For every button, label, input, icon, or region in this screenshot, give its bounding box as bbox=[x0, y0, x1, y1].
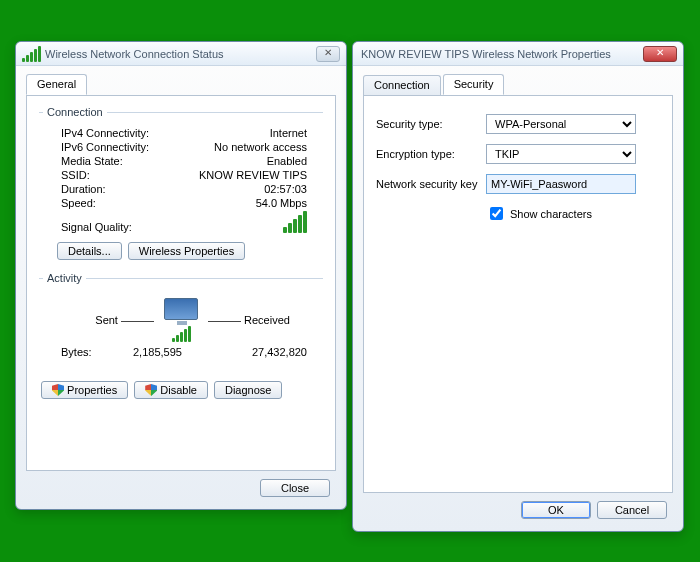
status-titlebar[interactable]: Wireless Network Connection Status ✕ bbox=[16, 42, 346, 66]
close-button[interactable]: Close bbox=[260, 479, 330, 497]
sent-label: Sent ——— bbox=[61, 314, 154, 326]
bytes-received-value: 27,432,820 bbox=[252, 346, 307, 358]
ssid-label: SSID: bbox=[61, 169, 90, 181]
bytes-sent-value: 2,185,595 bbox=[133, 346, 182, 358]
connection-legend: Connection bbox=[43, 106, 107, 118]
media-label: Media State: bbox=[61, 155, 123, 167]
ok-button[interactable]: OK bbox=[521, 501, 591, 519]
props-tabs: Connection Security bbox=[363, 74, 673, 96]
props-titlebar[interactable]: KNOW REVIEW TIPS Wireless Network Proper… bbox=[353, 42, 683, 66]
ipv6-label: IPv6 Connectivity: bbox=[61, 141, 149, 153]
speed-label: Speed: bbox=[61, 197, 96, 209]
diagnose-button[interactable]: Diagnose bbox=[214, 381, 282, 399]
activity-signal-icon bbox=[172, 326, 191, 342]
media-value: Enabled bbox=[267, 155, 307, 167]
activity-group: Activity Sent ——— ——— Received Bytes: 2,… bbox=[39, 272, 323, 371]
signal-label: Signal Quality: bbox=[61, 221, 132, 233]
speed-value: 54.0 Mbps bbox=[256, 197, 307, 209]
monitor-icon bbox=[164, 298, 198, 320]
duration-label: Duration: bbox=[61, 183, 106, 195]
cancel-button[interactable]: Cancel bbox=[597, 501, 667, 519]
tab-general[interactable]: General bbox=[26, 74, 87, 95]
ipv4-label: IPv4 Connectivity: bbox=[61, 127, 149, 139]
status-tabs: General bbox=[26, 74, 336, 96]
ssid-value: KNOW REVIEW TIPS bbox=[199, 169, 307, 181]
encryption-type-select[interactable]: TKIP bbox=[486, 144, 636, 164]
shield-icon bbox=[145, 384, 157, 396]
network-key-label: Network security key bbox=[376, 178, 486, 190]
status-window: Wireless Network Connection Status ✕ Gen… bbox=[15, 41, 347, 510]
shield-icon bbox=[52, 384, 64, 396]
show-characters-label: Show characters bbox=[510, 208, 592, 220]
tab-security[interactable]: Security bbox=[443, 74, 505, 95]
security-type-label: Security type: bbox=[376, 118, 486, 130]
show-characters-checkbox[interactable] bbox=[490, 207, 503, 220]
status-title: Wireless Network Connection Status bbox=[45, 48, 316, 60]
received-label: ——— Received bbox=[208, 314, 301, 326]
disable-button[interactable]: Disable bbox=[134, 381, 208, 399]
network-key-input[interactable] bbox=[486, 174, 636, 194]
close-icon[interactable]: ✕ bbox=[316, 46, 340, 62]
details-button[interactable]: Details... bbox=[57, 242, 122, 260]
encryption-type-label: Encryption type: bbox=[376, 148, 486, 160]
ipv6-value: No network access bbox=[214, 141, 307, 153]
props-title: KNOW REVIEW TIPS Wireless Network Proper… bbox=[361, 48, 643, 60]
security-type-select[interactable]: WPA-Personal bbox=[486, 114, 636, 134]
status-tabpane: Connection IPv4 Connectivity:Internet IP… bbox=[26, 95, 336, 471]
props-tabpane: Security type: WPA-Personal Encryption t… bbox=[363, 95, 673, 493]
properties-button[interactable]: Properties bbox=[41, 381, 128, 399]
properties-window: KNOW REVIEW TIPS Wireless Network Proper… bbox=[352, 41, 684, 532]
ipv4-value: Internet bbox=[270, 127, 307, 139]
close-icon[interactable]: ✕ bbox=[643, 46, 677, 62]
connection-group: Connection IPv4 Connectivity:Internet IP… bbox=[39, 106, 323, 266]
signal-icon bbox=[22, 46, 41, 62]
signal-bars-icon bbox=[283, 211, 307, 233]
wireless-properties-button[interactable]: Wireless Properties bbox=[128, 242, 245, 260]
tab-connection[interactable]: Connection bbox=[363, 75, 441, 96]
activity-legend: Activity bbox=[43, 272, 86, 284]
duration-value: 02:57:03 bbox=[264, 183, 307, 195]
